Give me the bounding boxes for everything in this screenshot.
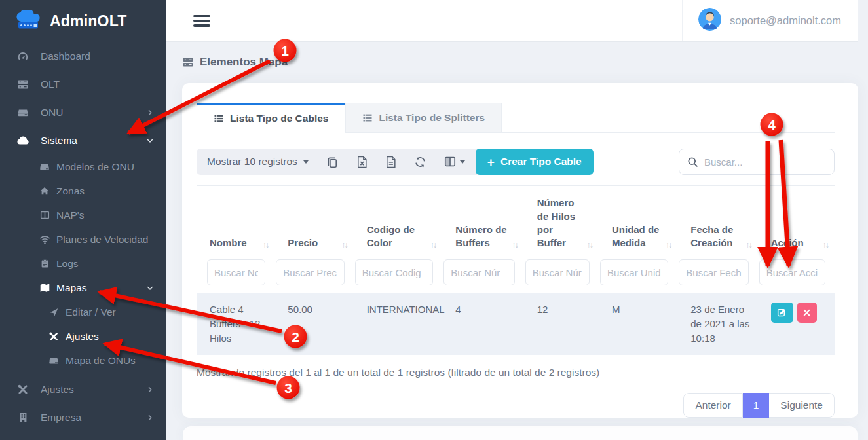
- chevron-down-icon: [146, 284, 154, 292]
- column-header-numero-de-hilos[interactable]: Número de Hilos por Buffer↑↓: [524, 186, 599, 259]
- excel-export-button[interactable]: [356, 156, 368, 168]
- table-header-row: Nombre↑↓ Precio↑↓ Codigo de Color↑↓ Núme…: [197, 186, 835, 259]
- filter-input-nombre[interactable]: [207, 259, 265, 285]
- menu-toggle-button[interactable]: [193, 15, 210, 27]
- home-icon: [38, 186, 51, 196]
- edit-button[interactable]: [771, 302, 793, 323]
- sidebar-item-mapa-de-onus[interactable]: Mapa de ONUs: [0, 348, 166, 373]
- sidebar-item-label: Planes de Velocidad: [56, 234, 148, 246]
- search-box: [679, 149, 835, 175]
- entries-dropdown[interactable]: Mostrar 10 registros: [207, 156, 309, 168]
- sidebar-item-label: ONU: [41, 107, 135, 119]
- sort-icon: ↑↓: [512, 240, 518, 249]
- column-header-precio[interactable]: Precio↑↓: [274, 186, 353, 259]
- sort-icon: ↑↓: [823, 240, 829, 249]
- sidebar-item-label: Mapa de ONUs: [66, 355, 136, 367]
- content-card: Lista Tipo de Cables Lista Tipo de Split…: [182, 83, 858, 417]
- filter-input-precio[interactable]: [276, 259, 344, 285]
- pagination-page-1[interactable]: 1: [743, 393, 770, 418]
- column-header-accion[interactable]: Acción↑↓: [758, 186, 835, 259]
- list-icon: [362, 113, 373, 123]
- columns-icon: [38, 210, 51, 220]
- column-header-numero-de-buffers[interactable]: Número de Buffers↑↓: [442, 186, 523, 259]
- sidebar-item-editar-ver[interactable]: Editar / Ver: [0, 300, 166, 324]
- page-title: Elementos Mapa: [200, 56, 288, 69]
- tools-icon: [16, 384, 29, 395]
- sidebar-item-mapas[interactable]: Mapas: [0, 276, 166, 300]
- column-header-unidad-de-medida[interactable]: Unidad de Medida↑↓: [599, 186, 677, 259]
- sort-icon: ↑↓: [263, 240, 269, 249]
- pagination-next-button[interactable]: Siguiente: [769, 393, 835, 418]
- user-menu[interactable]: soporte@adminolt.com: [682, 0, 858, 41]
- sidebar-item-modelos-de-onu[interactable]: Modelos de ONU: [0, 155, 166, 179]
- cloud-switch-icon: [13, 10, 43, 31]
- search-icon: [687, 156, 698, 168]
- entries-label: Mostrar 10 registros: [207, 156, 297, 168]
- create-tipo-cable-button[interactable]: + Crear Tipo Cable: [476, 149, 594, 175]
- chevron-down-icon: [146, 137, 154, 145]
- sidebar-item-label: Ajustes: [66, 331, 99, 342]
- sidebar-item-dashboard[interactable]: Dashboard: [0, 42, 166, 70]
- sidebar-item-zonas[interactable]: Zonas: [0, 179, 166, 203]
- copy-button[interactable]: [326, 156, 339, 168]
- columns-toggle-button[interactable]: [444, 156, 465, 168]
- column-header-nombre[interactable]: Nombre↑↓: [197, 186, 274, 259]
- records-summary: Mostrando registros del 1 al 1 de un tot…: [197, 367, 835, 378]
- filter-input-codigo[interactable]: [355, 259, 434, 285]
- sidebar-item-onu[interactable]: ONU: [0, 98, 166, 126]
- sidebar-item-empresa[interactable]: Empresa: [0, 403, 166, 431]
- sort-icon: ↑↓: [341, 240, 347, 249]
- clipboard-icon: [38, 259, 51, 268]
- sidebar-item-mapas-ajustes[interactable]: Ajustes: [0, 324, 166, 348]
- user-avatar: [698, 8, 721, 33]
- cell-actions: [758, 293, 835, 354]
- tab-lista-tipo-de-cables[interactable]: Lista Tipo de Cables: [197, 103, 345, 133]
- location-arrow-icon: [47, 307, 60, 317]
- sidebar-item-naps[interactable]: NAP's: [0, 203, 166, 227]
- sidebar: AdminOLT Dashboard OLT ONU Sistema Model…: [0, 0, 166, 440]
- server-icon: [182, 56, 194, 68]
- delete-button[interactable]: [797, 302, 817, 323]
- app-window: AdminOLT Dashboard OLT ONU Sistema Model…: [0, 0, 868, 440]
- cell-hilos: 12: [524, 293, 599, 354]
- cell-unidad: M: [599, 293, 677, 354]
- topbar: soporte@adminolt.com: [166, 0, 858, 41]
- filter-input-fecha[interactable]: [679, 259, 748, 285]
- plus-icon: +: [487, 156, 495, 168]
- sidebar-item-label: Ajustes: [41, 384, 135, 395]
- sidebar-item-logs[interactable]: Logs: [0, 251, 166, 276]
- table-row: Cable 4 Buffers - 12 Hilos 50.00 INTERNA…: [197, 293, 835, 354]
- tab-label: Lista Tipo de Splitters: [379, 112, 485, 124]
- filter-input-buffers[interactable]: [443, 259, 514, 285]
- search-input[interactable]: [704, 156, 816, 168]
- sidebar-item-sistema[interactable]: Sistema: [0, 126, 166, 155]
- sidebar-item-planes-de-velocidad[interactable]: Planes de Velocidad: [0, 227, 166, 251]
- sort-icon: ↑↓: [745, 240, 751, 249]
- server-icon: [47, 356, 60, 366]
- sidebar-item-label: Editar / Ver: [66, 306, 116, 318]
- filter-input-accion[interactable]: [759, 259, 825, 285]
- pagination-prev-button[interactable]: Anterior: [683, 393, 742, 418]
- pagination: Anterior 1 Siguiente: [683, 393, 835, 418]
- tab-lista-tipo-de-splitters[interactable]: Lista Tipo de Splitters: [345, 103, 502, 133]
- refresh-button[interactable]: [414, 156, 426, 168]
- filter-input-hilos[interactable]: [525, 259, 590, 285]
- column-header-codigo-de-color[interactable]: Codigo de Color↑↓: [354, 186, 443, 259]
- file-export-button[interactable]: [385, 156, 396, 168]
- brand-name: AdminOLT: [50, 12, 126, 30]
- tab-bar: Lista Tipo de Cables Lista Tipo de Split…: [197, 103, 835, 133]
- table-toolbar: Mostrar 10 registros + Crear Tipo Cable: [197, 149, 835, 175]
- cloud-icon: [16, 134, 29, 147]
- column-header-fecha-de-creacion[interactable]: Fecha de Creación↑↓: [677, 186, 757, 259]
- next-card-edge: [183, 426, 858, 440]
- user-email: soporte@adminolt.com: [730, 14, 841, 27]
- tools-icon: [47, 331, 60, 342]
- sidebar-item-olt[interactable]: OLT: [0, 70, 166, 98]
- map-icon: [38, 282, 51, 293]
- filter-input-unidad[interactable]: [600, 259, 668, 285]
- brand-logo: AdminOLT: [0, 0, 166, 42]
- create-button-label: Crear Tipo Cable: [500, 156, 582, 168]
- pagination-row: Anterior 1 Siguiente: [197, 393, 835, 418]
- sidebar-item-label: NAP's: [56, 210, 85, 221]
- sidebar-item-ajustes[interactable]: Ajustes: [0, 376, 166, 403]
